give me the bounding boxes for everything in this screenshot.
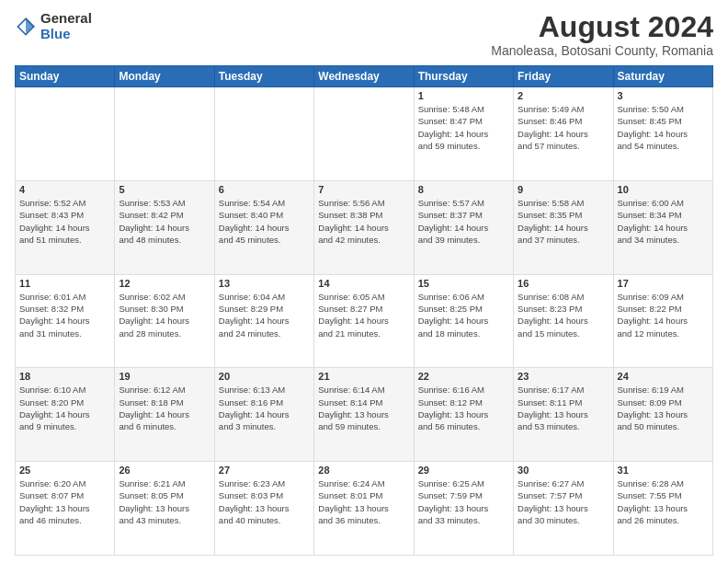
calendar-cell: 12Sunrise: 6:02 AM Sunset: 8:30 PM Dayli… (115, 274, 214, 368)
calendar-cell: 26Sunrise: 6:21 AM Sunset: 8:05 PM Dayli… (115, 462, 214, 556)
calendar-header-wednesday: Wednesday (314, 66, 414, 87)
day-number: 26 (119, 465, 210, 476)
day-info: Sunrise: 6:06 AM Sunset: 8:25 PM Dayligh… (418, 291, 509, 339)
logo-icon (15, 16, 37, 38)
calendar-cell: 7Sunrise: 5:56 AM Sunset: 8:38 PM Daylig… (314, 180, 414, 274)
day-number: 20 (219, 371, 310, 382)
day-number: 28 (318, 465, 409, 476)
header: General Blue August 2024 Manoleasa, Boto… (15, 11, 713, 58)
day-info: Sunrise: 6:19 AM Sunset: 8:09 PM Dayligh… (618, 384, 709, 432)
day-number: 7 (318, 184, 409, 195)
calendar-week-5: 25Sunrise: 6:20 AM Sunset: 8:07 PM Dayli… (16, 462, 713, 556)
calendar-cell: 21Sunrise: 6:14 AM Sunset: 8:14 PM Dayli… (314, 368, 414, 462)
day-number: 24 (618, 371, 709, 382)
calendar-cell: 16Sunrise: 6:08 AM Sunset: 8:23 PM Dayli… (514, 274, 613, 368)
day-number: 1 (418, 90, 509, 101)
day-number: 6 (219, 184, 310, 195)
day-info: Sunrise: 5:48 AM Sunset: 8:47 PM Dayligh… (418, 103, 509, 152)
calendar-week-3: 11Sunrise: 6:01 AM Sunset: 8:32 PM Dayli… (16, 274, 713, 368)
title-block: August 2024 Manoleasa, Botosani County, … (491, 11, 713, 58)
day-number: 13 (219, 278, 310, 289)
calendar-cell: 6Sunrise: 5:54 AM Sunset: 8:40 PM Daylig… (214, 180, 313, 274)
day-number: 23 (518, 371, 609, 382)
day-number: 18 (19, 371, 110, 382)
day-info: Sunrise: 6:05 AM Sunset: 8:27 PM Dayligh… (318, 291, 409, 339)
day-number: 2 (518, 90, 609, 101)
calendar-header-friday: Friday (514, 66, 613, 87)
day-info: Sunrise: 6:01 AM Sunset: 8:32 PM Dayligh… (19, 291, 110, 339)
calendar-cell: 4Sunrise: 5:52 AM Sunset: 8:43 PM Daylig… (16, 180, 115, 274)
day-number: 3 (618, 90, 709, 101)
calendar-week-2: 4Sunrise: 5:52 AM Sunset: 8:43 PM Daylig… (16, 180, 713, 274)
day-number: 25 (19, 465, 110, 476)
day-info: Sunrise: 6:28 AM Sunset: 7:55 PM Dayligh… (618, 477, 709, 526)
day-number: 10 (618, 184, 709, 195)
day-info: Sunrise: 5:54 AM Sunset: 8:40 PM Dayligh… (219, 197, 310, 246)
calendar-cell: 27Sunrise: 6:23 AM Sunset: 8:03 PM Dayli… (214, 462, 313, 556)
calendar-cell: 13Sunrise: 6:04 AM Sunset: 8:29 PM Dayli… (214, 274, 313, 368)
day-number: 19 (119, 371, 210, 382)
logo: General Blue (15, 11, 92, 41)
day-info: Sunrise: 6:14 AM Sunset: 8:14 PM Dayligh… (318, 384, 409, 432)
calendar-header-saturday: Saturday (613, 66, 712, 87)
logo-text: General Blue (40, 11, 92, 41)
day-number: 31 (618, 465, 709, 476)
day-info: Sunrise: 6:20 AM Sunset: 8:07 PM Dayligh… (19, 477, 110, 526)
calendar-cell: 17Sunrise: 6:09 AM Sunset: 8:22 PM Dayli… (613, 274, 712, 368)
calendar-cell: 9Sunrise: 5:58 AM Sunset: 8:35 PM Daylig… (514, 180, 613, 274)
subtitle: Manoleasa, Botosani County, Romania (491, 43, 713, 58)
calendar-week-4: 18Sunrise: 6:10 AM Sunset: 8:20 PM Dayli… (16, 368, 713, 462)
day-number: 17 (618, 278, 709, 289)
calendar-cell: 29Sunrise: 6:25 AM Sunset: 7:59 PM Dayli… (414, 462, 513, 556)
day-info: Sunrise: 6:00 AM Sunset: 8:34 PM Dayligh… (618, 197, 709, 246)
calendar-cell: 2Sunrise: 5:49 AM Sunset: 8:46 PM Daylig… (514, 87, 613, 181)
calendar-cell: 14Sunrise: 6:05 AM Sunset: 8:27 PM Dayli… (314, 274, 414, 368)
day-info: Sunrise: 6:25 AM Sunset: 7:59 PM Dayligh… (418, 477, 509, 526)
calendar-cell: 5Sunrise: 5:53 AM Sunset: 8:42 PM Daylig… (115, 180, 214, 274)
calendar-cell: 31Sunrise: 6:28 AM Sunset: 7:55 PM Dayli… (613, 462, 712, 556)
calendar-cell: 11Sunrise: 6:01 AM Sunset: 8:32 PM Dayli… (16, 274, 115, 368)
calendar-cell: 3Sunrise: 5:50 AM Sunset: 8:45 PM Daylig… (613, 87, 712, 181)
calendar-cell (214, 87, 313, 181)
logo-blue: Blue (40, 27, 92, 42)
calendar-cell: 10Sunrise: 6:00 AM Sunset: 8:34 PM Dayli… (613, 180, 712, 274)
calendar-header-thursday: Thursday (414, 66, 513, 87)
day-info: Sunrise: 6:16 AM Sunset: 8:12 PM Dayligh… (418, 384, 509, 432)
calendar-cell: 8Sunrise: 5:57 AM Sunset: 8:37 PM Daylig… (414, 180, 513, 274)
day-number: 11 (19, 278, 110, 289)
day-number: 9 (518, 184, 609, 195)
day-number: 8 (418, 184, 509, 195)
calendar-cell (16, 87, 115, 181)
day-info: Sunrise: 5:56 AM Sunset: 8:38 PM Dayligh… (318, 197, 409, 246)
calendar-cell: 19Sunrise: 6:12 AM Sunset: 8:18 PM Dayli… (115, 368, 214, 462)
calendar-cell: 1Sunrise: 5:48 AM Sunset: 8:47 PM Daylig… (414, 87, 513, 181)
day-info: Sunrise: 5:57 AM Sunset: 8:37 PM Dayligh… (418, 197, 509, 246)
day-info: Sunrise: 6:17 AM Sunset: 8:11 PM Dayligh… (518, 384, 609, 432)
day-number: 30 (518, 465, 609, 476)
day-info: Sunrise: 6:10 AM Sunset: 8:20 PM Dayligh… (19, 384, 110, 432)
day-info: Sunrise: 5:50 AM Sunset: 8:45 PM Dayligh… (618, 103, 709, 152)
calendar-header-row: SundayMondayTuesdayWednesdayThursdayFrid… (16, 66, 713, 87)
day-number: 29 (418, 465, 509, 476)
day-info: Sunrise: 5:53 AM Sunset: 8:42 PM Dayligh… (119, 197, 210, 246)
day-number: 15 (418, 278, 509, 289)
page: General Blue August 2024 Manoleasa, Boto… (0, 0, 728, 563)
calendar-cell: 25Sunrise: 6:20 AM Sunset: 8:07 PM Dayli… (16, 462, 115, 556)
day-number: 22 (418, 371, 509, 382)
day-number: 21 (318, 371, 409, 382)
day-number: 12 (119, 278, 210, 289)
day-info: Sunrise: 6:02 AM Sunset: 8:30 PM Dayligh… (119, 291, 210, 339)
day-info: Sunrise: 6:09 AM Sunset: 8:22 PM Dayligh… (618, 291, 709, 339)
day-info: Sunrise: 6:27 AM Sunset: 7:57 PM Dayligh… (518, 477, 609, 526)
calendar-cell: 18Sunrise: 6:10 AM Sunset: 8:20 PM Dayli… (16, 368, 115, 462)
calendar-cell (115, 87, 214, 181)
day-number: 5 (119, 184, 210, 195)
logo-general: General (40, 11, 92, 27)
day-info: Sunrise: 6:08 AM Sunset: 8:23 PM Dayligh… (518, 291, 609, 339)
calendar-cell: 20Sunrise: 6:13 AM Sunset: 8:16 PM Dayli… (214, 368, 313, 462)
main-title: August 2024 (491, 11, 713, 43)
calendar-cell: 24Sunrise: 6:19 AM Sunset: 8:09 PM Dayli… (613, 368, 712, 462)
calendar-cell: 28Sunrise: 6:24 AM Sunset: 8:01 PM Dayli… (314, 462, 414, 556)
calendar-table: SundayMondayTuesdayWednesdayThursdayFrid… (15, 65, 713, 556)
day-info: Sunrise: 5:52 AM Sunset: 8:43 PM Dayligh… (19, 197, 110, 246)
